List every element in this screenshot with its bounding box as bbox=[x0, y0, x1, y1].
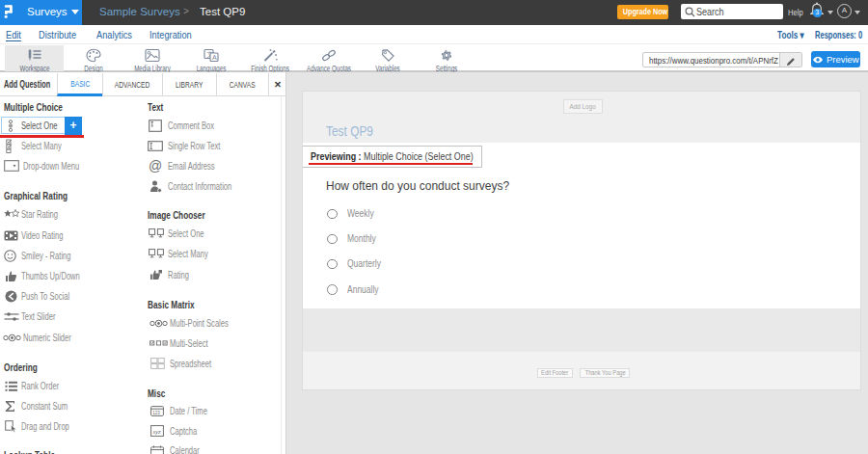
svg-text:A: A bbox=[212, 54, 217, 61]
svg-text:@: @ bbox=[149, 159, 162, 173]
svg-text:123: 123 bbox=[152, 411, 160, 415]
svg-text:xyz: xyz bbox=[151, 429, 161, 435]
